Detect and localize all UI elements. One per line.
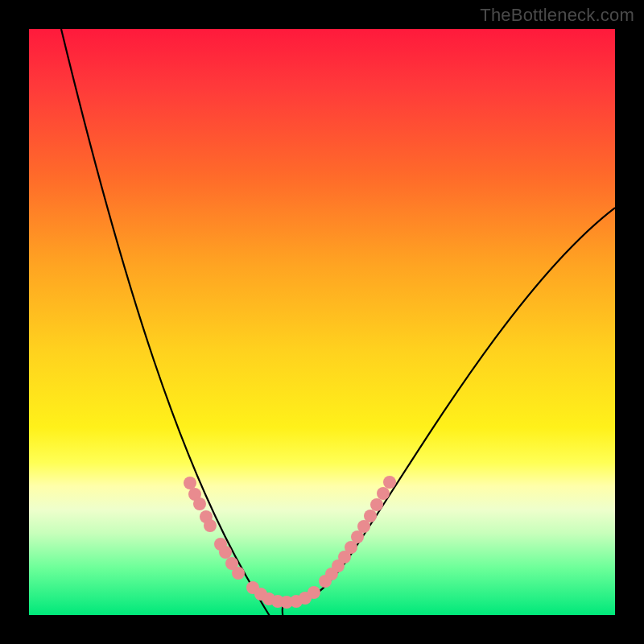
data-dot [232, 567, 245, 580]
data-dot [377, 487, 390, 500]
dots-right-group [319, 476, 396, 588]
chart-frame: TheBottleneck.com [0, 0, 644, 644]
data-dot [364, 510, 377, 522]
dots-left-group [184, 477, 245, 580]
curve-right [287, 208, 615, 602]
curve-svg [29, 29, 615, 615]
data-dot [308, 586, 320, 599]
dots-bottom-group [246, 581, 320, 609]
data-dot [184, 477, 196, 489]
data-dot [219, 546, 232, 559]
data-dot [204, 519, 217, 532]
data-dot [383, 476, 396, 489]
watermark-label: TheBottleneck.com [480, 5, 634, 26]
data-dot [370, 498, 383, 511]
data-dot [193, 497, 206, 510]
curve-left [61, 29, 287, 615]
plot-area [29, 29, 615, 615]
